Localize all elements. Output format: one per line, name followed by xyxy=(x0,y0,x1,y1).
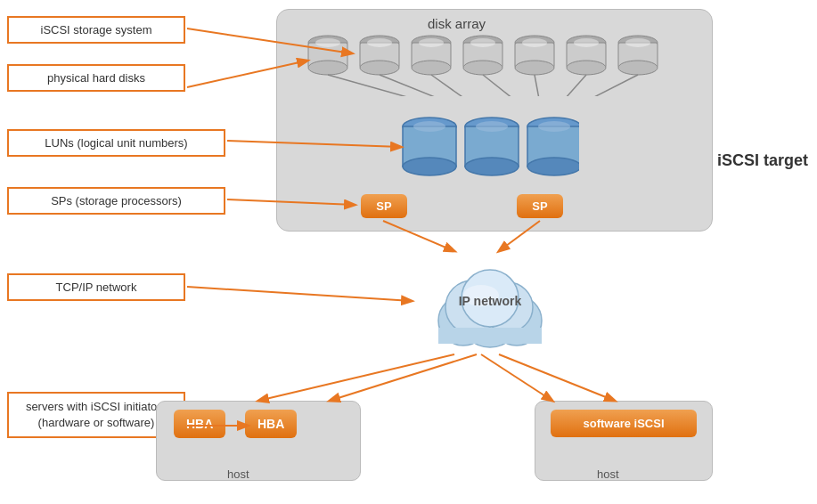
ip-network-label: IP network xyxy=(441,294,539,308)
software-iscsi-box: software iSCSI xyxy=(551,410,697,437)
svg-point-38 xyxy=(413,121,445,132)
svg-line-59 xyxy=(187,287,412,301)
svg-point-26 xyxy=(618,61,658,75)
svg-line-28 xyxy=(328,75,499,96)
svg-point-37 xyxy=(403,158,456,175)
svg-point-3 xyxy=(315,38,340,47)
diagram: disk array xyxy=(0,0,817,504)
hard-disks-svg xyxy=(303,34,686,96)
sp1-box: SP xyxy=(361,194,407,218)
svg-line-33 xyxy=(543,75,586,96)
svg-point-2 xyxy=(308,61,347,75)
lun-cylinders-svg xyxy=(401,116,579,187)
svg-line-61 xyxy=(258,354,454,401)
svg-point-23 xyxy=(574,38,599,47)
disk-array-label: disk array xyxy=(428,16,486,31)
svg-point-6 xyxy=(360,61,399,75)
tcp-ip-label: TCP/IP network xyxy=(7,273,185,301)
svg-point-18 xyxy=(515,61,554,75)
svg-point-15 xyxy=(470,38,495,47)
iscsi-target-label: iSCSI target xyxy=(717,151,808,170)
svg-point-27 xyxy=(625,38,650,47)
svg-point-46 xyxy=(538,121,570,132)
host2-label: host xyxy=(597,467,619,481)
svg-line-30 xyxy=(431,75,499,96)
hba1-box: HBA xyxy=(174,410,225,438)
svg-line-65 xyxy=(330,354,477,401)
svg-point-42 xyxy=(476,121,508,132)
svg-line-34 xyxy=(543,75,638,96)
svg-line-29 xyxy=(380,75,499,96)
svg-point-19 xyxy=(522,38,547,47)
svg-point-11 xyxy=(419,38,444,47)
luns-label: LUNs (logical unit numbers) xyxy=(7,129,225,157)
svg-line-32 xyxy=(535,75,543,96)
svg-line-66 xyxy=(481,354,552,401)
svg-point-22 xyxy=(567,61,606,75)
svg-point-45 xyxy=(527,158,579,175)
hba2-box: HBA xyxy=(245,410,297,438)
host1-label: host xyxy=(227,467,249,481)
svg-rect-54 xyxy=(438,328,542,344)
svg-line-62 xyxy=(499,354,615,401)
iscsi-storage-label: iSCSI storage system xyxy=(7,16,185,44)
svg-point-7 xyxy=(367,38,392,47)
sps-label: SPs (storage processors) xyxy=(7,187,225,215)
physical-hard-disks-label: physical hard disks xyxy=(7,64,185,92)
svg-point-10 xyxy=(412,61,451,75)
sp2-box: SP xyxy=(517,194,563,218)
svg-point-14 xyxy=(463,61,502,75)
svg-line-31 xyxy=(483,75,543,96)
svg-point-41 xyxy=(465,158,519,175)
